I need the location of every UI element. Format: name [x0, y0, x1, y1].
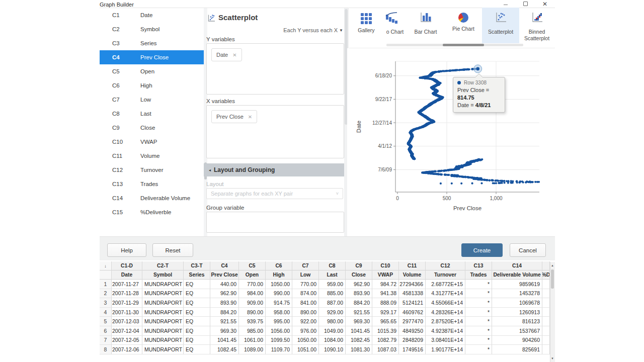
table-cell[interactable]	[542, 280, 550, 289]
table-cell[interactable]: *	[465, 326, 492, 336]
column-id-header[interactable]: C11	[399, 261, 426, 270]
table-cell[interactable]: 770.00	[239, 280, 266, 289]
table-cell[interactable]: 885.00	[319, 289, 346, 299]
table-cell[interactable]: 816123	[492, 317, 542, 326]
table-cell[interactable]	[542, 317, 550, 326]
table-cell[interactable]: 2007-11-27	[112, 280, 142, 289]
table-cell[interactable]: 890.00	[239, 308, 266, 317]
gallery-tile-pie-chart[interactable]: Pie Chart	[445, 8, 482, 43]
table-cell[interactable]: 909.00	[239, 298, 266, 308]
variable-item-turnover[interactable]: C12Turnover	[100, 163, 204, 177]
table-cell[interactable]: 984.00	[239, 289, 266, 299]
table-cell[interactable]: 2007-12-04	[112, 326, 142, 336]
table-cell[interactable]: MUNDRAPORT	[142, 317, 184, 326]
table-cell[interactable]: 2007-12-05	[112, 336, 142, 345]
y-variable-chip-date[interactable]: Date ✕	[211, 48, 242, 61]
cancel-button[interactable]: Cancel	[510, 243, 546, 257]
row-number[interactable]: 7	[100, 336, 112, 345]
table-cell[interactable]: 985.00	[239, 326, 266, 336]
table-cell[interactable]: EQ	[184, 345, 210, 354]
table-cell[interactable]: 921.55	[346, 308, 372, 317]
table-cell[interactable]: EQ	[184, 298, 210, 308]
column-name-header[interactable]: Series	[184, 270, 210, 280]
variable-item-high[interactable]: C6High	[100, 78, 204, 93]
column-name-header[interactable]: Close	[346, 270, 372, 280]
table-cell[interactable]: 1260913	[492, 308, 542, 317]
table-cell[interactable]: MUNDRAPORT	[142, 326, 184, 336]
gallery-tile-o-chart[interactable]: o Chart	[383, 8, 407, 43]
table-cell[interactable]: 921.55	[210, 317, 239, 326]
column-name-header[interactable]: Trades	[465, 270, 492, 280]
table-cell[interactable]: 1.90177E+14	[426, 345, 465, 354]
table-cell[interactable]: 440.00	[210, 280, 239, 289]
table-cell[interactable]: *	[465, 308, 492, 317]
table-cell[interactable]: 2848209	[399, 336, 426, 345]
table-cell[interactable]: 2007-11-30	[112, 308, 142, 317]
table-cell[interactable]: 959.00	[319, 280, 346, 289]
close-button[interactable]: ✕	[539, 1, 550, 8]
table-cell[interactable]: 1041.45	[346, 326, 372, 336]
table-cell[interactable]: 904260	[492, 336, 542, 345]
minimize-button[interactable]	[500, 1, 511, 8]
table-cell[interactable]	[542, 289, 550, 299]
column-name-header[interactable]: Date	[112, 270, 142, 280]
table-cell[interactable]: 962.90	[346, 280, 372, 289]
table-cell[interactable]: 1082.79	[372, 336, 399, 345]
column-id-header[interactable]: C3-T	[184, 261, 210, 270]
variable-item-deliverable-volume[interactable]: C14Deliverable Volume	[100, 191, 204, 205]
table-cell[interactable]: 984.72	[372, 280, 399, 289]
table-cell[interactable]: 1749516	[399, 345, 426, 354]
table-cell[interactable]: 914.75	[266, 298, 292, 308]
table-cell[interactable]: 3.08401E+14	[426, 336, 465, 345]
table-cell[interactable]: 4.31277E+14	[426, 289, 465, 299]
table-cell[interactable]: 1015.39	[372, 326, 399, 336]
restore-button[interactable]	[520, 1, 531, 8]
table-cell[interactable]: EQ	[184, 317, 210, 326]
table-cell[interactable]: 4581338	[399, 289, 426, 299]
table-cell[interactable]: 2.87520E+14	[426, 317, 465, 326]
row-number[interactable]: 1	[100, 280, 112, 289]
mode-dropdown[interactable]: Each Y versus each X▼	[206, 27, 343, 33]
x-variable-chip-prev-close[interactable]: Prev Close ✕	[211, 110, 257, 123]
table-cell[interactable]: 1050.00	[266, 280, 292, 289]
table-cell[interactable]: 1082.45	[210, 345, 239, 354]
table-cell[interactable]: EQ	[184, 308, 210, 317]
row-number[interactable]: 4	[100, 308, 112, 317]
reset-button[interactable]: Reset	[152, 243, 193, 257]
table-cell[interactable]: 939.75	[239, 317, 266, 326]
table-cell[interactable]: *	[465, 336, 492, 345]
table-cell[interactable]	[542, 298, 550, 308]
table-corner-cell[interactable]: ↓	[100, 261, 112, 270]
table-cell[interactable]: 890.00	[292, 308, 319, 317]
table-cell[interactable]: 1061.00	[239, 336, 266, 345]
table-cell[interactable]: 1453278	[492, 289, 542, 299]
table-cell[interactable]: 1109.70	[266, 345, 292, 354]
variable-item-trades[interactable]: C13Trades	[100, 177, 204, 191]
variable-item-series[interactable]: C3Series	[100, 36, 204, 50]
table-cell[interactable]: 893.90	[210, 298, 239, 308]
table-cell[interactable]	[542, 336, 550, 345]
help-button[interactable]: Help	[107, 243, 146, 257]
gallery-tile-gallery[interactable]: Gallery	[349, 8, 383, 43]
worksheet-scrollbar-thumb[interactable]	[551, 269, 554, 289]
variable-item-low[interactable]: C7Low	[100, 93, 204, 107]
table-cell[interactable]: 1049.00	[319, 326, 346, 336]
variable-item-volume[interactable]: C11Volume	[100, 149, 204, 163]
variable-item-open[interactable]: C5Open	[100, 64, 204, 78]
table-cell[interactable]: 929.00	[319, 308, 346, 317]
table-cell[interactable]: 1082.45	[346, 336, 372, 345]
table-cell[interactable]: 884.20	[210, 308, 239, 317]
table-cell[interactable]: 4.92387E+14	[426, 326, 465, 336]
table-cell[interactable]: 922.00	[292, 317, 319, 326]
row-number[interactable]: 2	[100, 289, 112, 299]
chip-remove-icon[interactable]: ✕	[232, 52, 236, 58]
column-id-header[interactable]: C7	[292, 261, 319, 270]
table-cell[interactable]: EQ	[184, 336, 210, 345]
table-cell[interactable]: 1081.30	[346, 345, 372, 354]
table-cell[interactable]: *	[465, 345, 492, 354]
column-name-header[interactable]: Prev Close	[210, 270, 239, 280]
table-cell[interactable]: 962.90	[210, 289, 239, 299]
column-name-header[interactable]: Symbol	[142, 270, 184, 280]
column-id-header[interactable]: C6	[266, 261, 292, 270]
column-name-header[interactable]: Open	[239, 270, 266, 280]
